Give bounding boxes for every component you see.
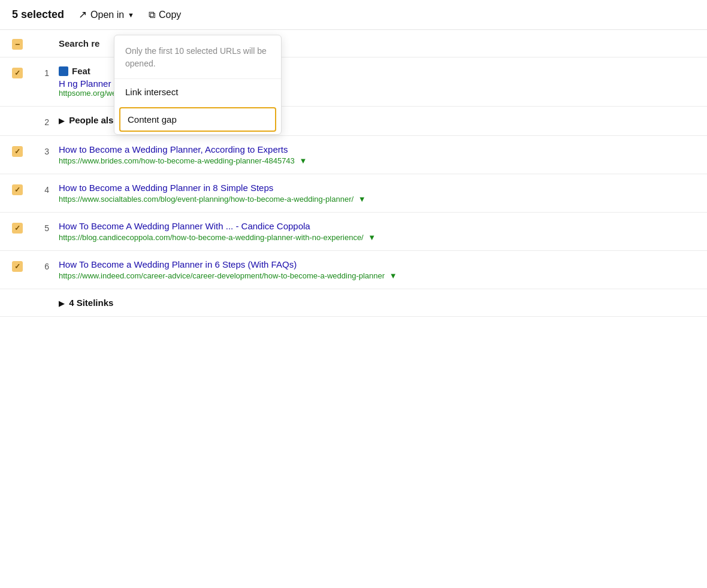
table-row: 3 How to Become a Wedding Planner, Accor… [0,136,707,174]
row-7-checkbox-cell [12,298,28,299]
expand-icon[interactable]: ▶ [59,117,64,125]
favicon-icon [59,66,68,76]
external-link-icon: ↗ [78,8,87,21]
row-5-title[interactable]: How To Become A Wedding Planner With ...… [59,221,695,231]
select-all-checkbox[interactable] [12,39,23,50]
row-7-content: ▶ 4 Sitelinks [59,298,695,308]
table-row: ▶ 4 Sitelinks [0,289,707,317]
search-results-label: Search re [59,38,99,49]
row-1-num: 1 [37,66,49,78]
row-1-partial-title: Feat [72,66,90,76]
row-5-checkbox[interactable] [12,223,23,234]
table-row: 5 How To Become A Wedding Planner With .… [0,213,707,251]
sitelinks-header: ▶ 4 Sitelinks [59,298,113,308]
row-6-checkbox-cell[interactable] [12,259,28,272]
header-checkbox-cell[interactable] [12,37,28,50]
expand-icon[interactable]: ▶ [59,299,64,308]
header-num [37,43,49,45]
content-gap-item[interactable]: Content gap [119,107,276,132]
row-6-content: How To Become a Wedding Planner in 6 Ste… [59,259,695,280]
row-3-url: https://www.brides.com/how-to-become-a-w… [59,156,695,165]
row-4-checkbox-cell[interactable] [12,183,28,195]
chevron-down-icon: ▼ [128,11,134,19]
row-4-checkbox[interactable] [12,184,23,195]
row-5-num: 5 [37,221,49,233]
row-2-num: 2 [37,115,49,127]
row-6-title[interactable]: How To Become a Wedding Planner in 6 Ste… [59,259,695,269]
row-6-checkbox[interactable] [12,261,23,272]
row-2-checkbox-cell [12,115,28,117]
row-4-num: 4 [37,183,49,195]
row-1-h-label: H [59,78,65,89]
table-row: 4 How to Become a Wedding Planner in 8 S… [0,174,707,213]
results-table: Search re 1 Feat H ng Planner - LearnHow… [0,30,707,317]
toolbar: 5 selected ↗ Open in ▼ ⧉ Copy Only the f… [0,0,707,30]
row-5-checkbox-cell[interactable] [12,221,28,234]
open-in-dropdown: Only the first 10 selected URLs will be … [114,35,282,135]
copy-button[interactable]: ⧉ Copy [149,10,181,20]
table-row: 1 Feat H ng Planner - LearnHowToBecome.o… [0,57,707,107]
link-intersect-item[interactable]: Link intersect [114,79,281,105]
table-header-row: Search re [0,30,707,57]
url-dropdown-arrow[interactable]: ▼ [299,156,307,165]
row-4-title[interactable]: How to Become a Wedding Planner in 8 Sim… [59,183,695,193]
dropdown-hint: Only the first 10 selected URLs will be … [114,35,281,79]
row-4-content: How to Become a Wedding Planner in 8 Sim… [59,183,695,204]
row-3-content: How to Become a Wedding Planner, Accordi… [59,144,695,165]
copy-label: Copy [159,10,181,20]
url-dropdown-arrow[interactable]: ▼ [368,233,376,242]
copy-icon: ⧉ [149,10,155,20]
row-3-num: 3 [37,144,49,156]
row-7-num [37,298,49,300]
table-row: 6 How To Become a Wedding Planner in 6 S… [0,251,707,289]
row-3-title[interactable]: How to Become a Wedding Planner, Accordi… [59,144,695,154]
row-5-url: https://blog.candicecoppola.com/how-to-b… [59,233,695,242]
row-1-checkbox[interactable] [12,68,23,78]
open-in-button[interactable]: ↗ Open in ▼ [78,8,134,21]
row-1-checkbox-cell[interactable] [12,66,28,78]
row-6-num: 6 [37,259,49,271]
url-dropdown-arrow[interactable]: ▼ [358,195,366,204]
row-5-content: How To Become A Wedding Planner With ...… [59,221,695,242]
row-4-url: https://www.socialtables.com/blog/event-… [59,195,695,204]
row-3-checkbox[interactable] [12,146,23,157]
row-3-checkbox-cell[interactable] [12,144,28,157]
selected-count: 5 selected [12,8,64,21]
table-row: 2 ▶ People also ask [0,107,707,136]
open-in-label: Open in [90,10,124,20]
row-6-url: https://www.indeed.com/career-advice/car… [59,271,695,280]
url-dropdown-arrow[interactable]: ▼ [389,271,397,280]
